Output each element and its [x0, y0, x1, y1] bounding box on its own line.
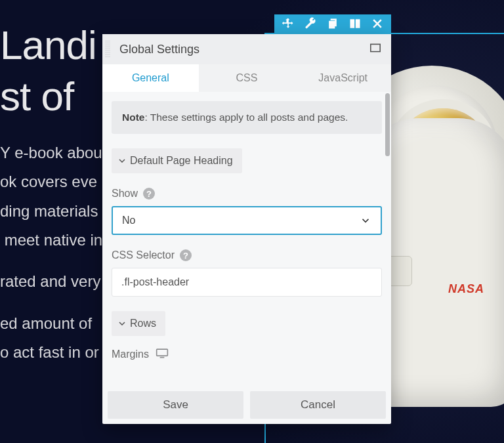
save-button[interactable]: Save [108, 391, 243, 419]
css-selector-input[interactable]: .fl-post-header [112, 268, 382, 297]
note-bold: Note [122, 112, 144, 123]
module-actions-toolbar[interactable] [274, 14, 391, 35]
chevron-down-icon [360, 215, 371, 226]
help-icon[interactable]: ? [180, 249, 192, 261]
panel-header[interactable]: Global Settings [102, 34, 391, 64]
note-text: : These settings apply to all posts and … [144, 112, 348, 123]
chevron-down-icon [117, 318, 127, 329]
tab-label: CSS [236, 72, 258, 84]
panel-body: Note: These settings apply to all posts … [102, 92, 391, 391]
global-settings-panel: Global Settings General CSS JavaScript N… [102, 34, 391, 424]
help-icon[interactable]: ? [143, 188, 155, 200]
section-default-page-heading[interactable]: Default Page Heading [112, 148, 242, 173]
tab-css[interactable]: CSS [199, 64, 295, 92]
drag-handle-icon[interactable] [105, 41, 110, 58]
field-show: Show ? No [112, 188, 382, 235]
tab-javascript[interactable]: JavaScript [295, 64, 391, 92]
show-select[interactable]: No [112, 206, 382, 235]
panel-title: Global Settings [119, 43, 200, 56]
section-rows[interactable]: Rows [112, 311, 165, 336]
chevron-down-icon [117, 156, 127, 166]
cancel-button[interactable]: Cancel [250, 391, 386, 419]
show-label: Show [112, 188, 138, 200]
nasa-logo-text: NASA [448, 282, 484, 296]
copy-icon[interactable] [326, 17, 339, 33]
scrollbar-thumb[interactable] [385, 93, 390, 156]
move-icon[interactable] [282, 17, 295, 33]
desktop-icon[interactable] [156, 348, 169, 361]
columns-icon[interactable] [348, 17, 362, 33]
field-css-selector: CSS Selector ? .fl-post-header [112, 249, 382, 297]
section-label: Rows [130, 318, 156, 329]
tab-general[interactable]: General [102, 64, 199, 92]
svg-rect-1 [157, 349, 168, 356]
css-selector-label: CSS Selector [112, 249, 175, 261]
settings-tabs: General CSS JavaScript [102, 64, 391, 92]
tab-label: General [132, 72, 169, 84]
field-margins: Margins [112, 348, 382, 361]
svg-rect-0 [371, 44, 380, 51]
tab-label: JavaScript [318, 72, 368, 84]
wrench-icon[interactable] [304, 17, 317, 33]
settings-note: Note: These settings apply to all posts … [112, 101, 382, 134]
margins-label: Margins [112, 348, 149, 360]
panel-footer: Save Cancel [102, 391, 391, 424]
css-selector-value: .fl-post-header [121, 276, 189, 288]
save-label: Save [163, 398, 188, 411]
show-value: No [122, 215, 135, 226]
section-label: Default Page Heading [130, 155, 233, 167]
cancel-label: Cancel [301, 398, 335, 411]
close-icon[interactable] [371, 17, 384, 33]
expand-icon[interactable] [370, 43, 381, 55]
